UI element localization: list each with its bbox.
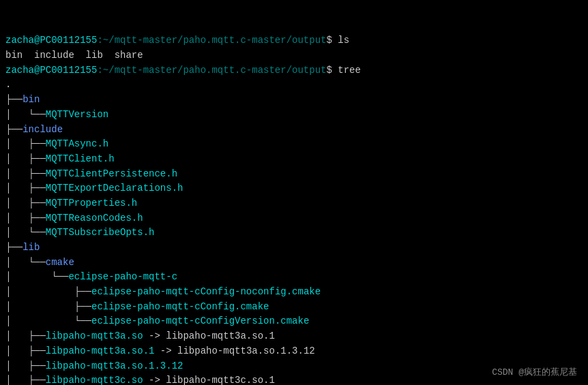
terminal-line: │ └──MQTTSubscribeOpts.h: [5, 226, 583, 241]
terminal-line: zacha@PC00112155:~/mqtt-master/paho.mqtt…: [5, 63, 583, 78]
terminal-line: │ └──MQTTVersion: [5, 108, 583, 123]
terminal-line: ├──lib: [5, 241, 583, 256]
terminal-line: │ ├──MQTTClient.h: [5, 152, 583, 167]
terminal-line: │ └──eclipse-paho-mqtt-cConfigVersion.cm…: [5, 314, 583, 329]
terminal-line: │ └──eclipse-paho-mqtt-c: [5, 270, 583, 285]
terminal-line: ├──include: [5, 123, 583, 138]
terminal-line: │ └──cmake: [5, 256, 583, 271]
terminal: zacha@PC00112155:~/mqtt-master/paho.mqtt…: [0, 0, 588, 385]
terminal-line: │ ├──MQTTProperties.h: [5, 196, 583, 211]
terminal-line: .: [5, 78, 583, 93]
terminal-line: │ ├──libpaho-mqtt3a.so -> libpaho-mqtt3a…: [5, 329, 583, 344]
watermark: CSDN @疯狂的蕉尼基: [492, 366, 577, 378]
terminal-line: │ ├──MQTTAsync.h: [5, 137, 583, 152]
terminal-line: ├──bin: [5, 93, 583, 108]
terminal-line: bin include lib share: [5, 48, 583, 63]
terminal-line: │ ├──MQTTExportDeclarations.h: [5, 181, 583, 196]
terminal-line: │ ├──MQTTClientPersistence.h: [5, 167, 583, 182]
terminal-line: │ ├──eclipse-paho-mqtt-cConfig.cmake: [5, 300, 583, 315]
terminal-line: zacha@PC00112155:~/mqtt-master/paho.mqtt…: [5, 33, 583, 48]
terminal-line: │ ├──eclipse-paho-mqtt-cConfig-noconfig.…: [5, 285, 583, 300]
terminal-line: │ ├──libpaho-mqtt3a.so.1 -> libpaho-mqtt…: [5, 344, 583, 359]
terminal-line: │ ├──MQTTReasonCodes.h: [5, 211, 583, 226]
